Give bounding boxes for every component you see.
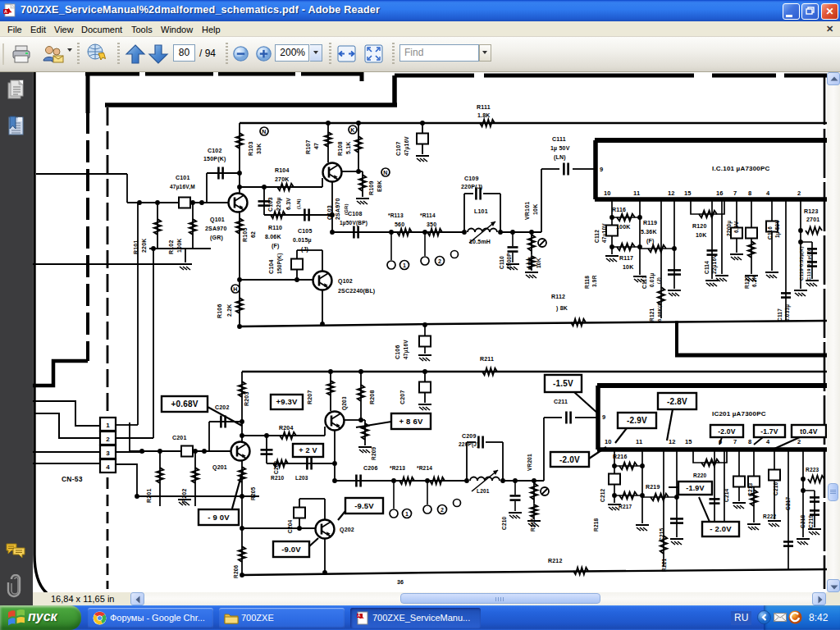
svg-text:(GR): (GR)	[210, 235, 223, 241]
svg-text:R202: R202	[181, 488, 187, 503]
svg-text:R123: R123	[804, 208, 819, 214]
svg-text:C113: C113	[641, 276, 647, 289]
svg-text:Q202: Q202	[340, 527, 354, 533]
svg-text:2: 2	[106, 436, 110, 443]
svg-text:C203: C203	[273, 460, 279, 474]
svg-text:R104: R104	[275, 167, 290, 173]
svg-text:6.3V: 6.3V	[733, 221, 739, 233]
svg-text:47: 47	[313, 143, 319, 149]
svg-text:270K: 270K	[275, 176, 290, 182]
svg-text:4: 4	[766, 438, 770, 445]
svg-text:0.01µ: 0.01µ	[649, 273, 655, 287]
svg-text:560: 560	[395, 221, 404, 227]
svg-text:C111: C111	[552, 136, 566, 142]
svg-text:3900P: 3900P	[506, 253, 512, 269]
svg-text:R119: R119	[643, 220, 657, 226]
svg-text:R122: R122	[744, 275, 750, 289]
svg-text:Q203: Q203	[341, 396, 348, 410]
svg-text:C212: C212	[600, 488, 605, 502]
svg-text:2: 2	[797, 189, 801, 197]
svg-text:2SC2240(BL): 2SC2240(BL)	[338, 288, 375, 294]
svg-text:R109: R109	[368, 180, 374, 195]
svg-text:47µ16V: 47µ16V	[404, 136, 410, 156]
svg-text:N: N	[383, 170, 387, 176]
svg-text:C107: C107	[395, 141, 401, 156]
svg-text:R211: R211	[480, 356, 494, 362]
svg-text:22µ16V: 22µ16V	[711, 254, 718, 274]
svg-text:C216: C216	[773, 482, 778, 495]
svg-text:-2.0V: -2.0V	[559, 455, 580, 464]
svg-text:C117: C117	[777, 308, 783, 322]
svg-text:R216: R216	[613, 454, 628, 459]
svg-text:R217: R217	[619, 504, 632, 509]
svg-text:C106: C106	[395, 345, 400, 359]
svg-text:Q103: Q103	[326, 205, 333, 220]
svg-text:2SA970: 2SA970	[205, 226, 227, 231]
svg-text:-2.0V: -2.0V	[718, 427, 735, 436]
svg-text:R205: R205	[250, 486, 256, 500]
svg-text:47µ10V: 47µ10V	[601, 223, 608, 243]
svg-text:R121: R121	[649, 308, 655, 322]
svg-text:33K: 33K	[256, 144, 262, 154]
svg-text:R209: R209	[371, 446, 377, 460]
svg-text:150P(K): 150P(K)	[203, 156, 226, 162]
svg-text:L101: L101	[474, 208, 488, 214]
svg-text:11: 11	[633, 189, 640, 197]
svg-text:R106: R106	[217, 304, 222, 318]
svg-text:C114: C114	[704, 261, 710, 274]
svg-text:C101: C101	[176, 175, 190, 180]
svg-text:R115: R115	[527, 257, 533, 270]
svg-text:A: A	[4, 9, 7, 14]
svg-text:1µ 50V: 1µ 50V	[550, 145, 570, 152]
svg-text:R120: R120	[692, 223, 707, 229]
svg-text:C215: C215	[659, 527, 664, 541]
svg-text:C103: C103	[267, 197, 273, 212]
svg-text:C211: C211	[554, 399, 568, 404]
svg-text:K: K	[350, 127, 354, 133]
svg-text:-2.9V: -2.9V	[627, 416, 647, 425]
svg-text:15: 15	[685, 438, 692, 445]
svg-text:R105: R105	[242, 227, 248, 242]
svg-text:7: 7	[733, 438, 737, 445]
svg-text:12: 12	[668, 189, 675, 197]
svg-text:4: 4	[106, 463, 110, 471]
svg-text:220µ: 220µ	[276, 197, 282, 211]
svg-text:9: 9	[600, 166, 603, 173]
svg-text:*R213: *R213	[390, 465, 405, 471]
svg-text:C213: C213	[747, 482, 753, 496]
svg-text:(F): (F)	[272, 243, 280, 249]
svg-text:R111: R111	[477, 104, 491, 110]
svg-text:12: 12	[669, 438, 676, 445]
svg-text:R201: R201	[146, 488, 152, 503]
svg-text:150P(K): 150P(K)	[276, 253, 283, 274]
svg-text:VR101: VR101	[524, 202, 530, 220]
svg-text:47µ16V,M: 47µ16V,M	[170, 184, 195, 190]
svg-text:-1.7V: -1.7V	[760, 427, 778, 436]
svg-text:L201: L201	[477, 488, 490, 494]
svg-text:C204: C204	[287, 519, 293, 533]
svg-text:220P(J): 220P(J)	[459, 441, 479, 448]
svg-text:1.8K: 1.8K	[477, 112, 491, 118]
svg-text:Q102: Q102	[338, 278, 353, 285]
svg-text:CN-53: CN-53	[62, 475, 83, 483]
svg-text:+9.3V: +9.3V	[276, 397, 298, 406]
svg-text:2.2K: 2.2K	[226, 304, 232, 317]
svg-text:C119 0.1µ(J): C119 0.1µ(J)	[806, 250, 811, 281]
svg-text:R220: R220	[693, 472, 707, 478]
svg-text:R223: R223	[806, 467, 819, 472]
svg-text:1: 1	[403, 262, 406, 268]
svg-text:2: 2	[441, 507, 444, 513]
svg-text:R112: R112	[551, 294, 565, 299]
svg-text:(F): (F)	[646, 238, 655, 244]
svg-text:R206: R206	[233, 564, 239, 578]
svg-text:C206: C206	[363, 465, 378, 471]
svg-text:6: 6	[719, 438, 722, 445]
svg-text:9: 9	[602, 413, 605, 421]
svg-text:R221: R221	[661, 558, 667, 572]
svg-text:36: 36	[397, 579, 404, 585]
svg-text:R219: R219	[646, 484, 660, 490]
svg-text:0.015µ: 0.015µ	[293, 237, 312, 244]
svg-text:(LN): (LN)	[296, 199, 301, 209]
svg-text:C217: C217	[785, 496, 791, 510]
svg-text:(J): (J)	[656, 277, 661, 284]
